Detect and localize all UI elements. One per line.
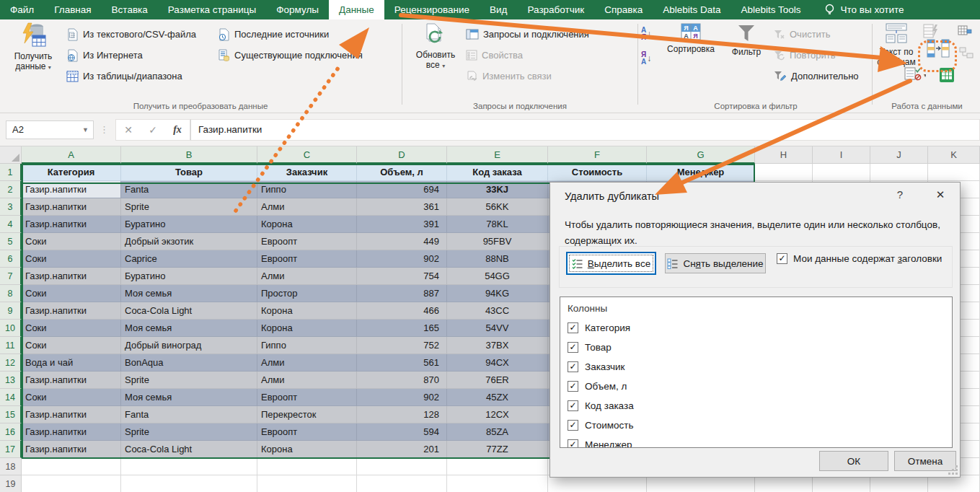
row-header-17[interactable]: 17 — [0, 441, 22, 458]
cell-B19[interactable] — [121, 475, 257, 492]
cell-E15[interactable]: 12CX — [447, 406, 548, 423]
tab-Рецензирование[interactable]: Рецензирование — [384, 0, 480, 19]
column-option-Заказчик[interactable]: ✓Заказчик — [568, 357, 945, 377]
edit-links-button[interactable]: Изменить связи — [466, 66, 589, 87]
cell-B5[interactable]: Добрый экзотик — [121, 233, 257, 250]
tab-Формулы[interactable]: Формулы — [266, 0, 329, 19]
tab-Вид[interactable]: Вид — [480, 0, 517, 19]
cell-E10[interactable]: 54VV — [447, 320, 548, 337]
tab-Разработчик[interactable]: Разработчик — [517, 0, 594, 19]
cell-D2[interactable]: 694 — [357, 181, 447, 198]
cell-D1[interactable]: Объем, л — [357, 164, 447, 181]
row-header-1[interactable]: 1 — [0, 164, 22, 181]
cell-D4[interactable]: 391 — [357, 216, 447, 233]
cell-D18[interactable] — [357, 458, 447, 475]
cell-B7[interactable]: Буратино — [121, 268, 257, 285]
column-header-B[interactable]: B — [121, 146, 257, 164]
cell-B8[interactable]: Моя семья — [121, 285, 257, 302]
cell-A13[interactable]: Газир.напитки — [22, 372, 121, 389]
cell-B4[interactable]: Буратино — [121, 216, 257, 233]
row-header-6[interactable]: 6 — [0, 250, 22, 268]
insert-function-icon[interactable]: fx — [165, 124, 190, 136]
dialog-help-button[interactable]: ? — [891, 188, 909, 204]
cell-D6[interactable]: 902 — [357, 250, 447, 268]
column-header-I[interactable]: I — [813, 146, 870, 164]
cell-B13[interactable]: Sprite — [121, 372, 257, 389]
cell-B10[interactable]: Моя семья — [121, 320, 257, 337]
cell-K1[interactable] — [928, 164, 980, 181]
cell-B6[interactable]: Caprice — [121, 250, 257, 268]
cell-F19[interactable] — [548, 475, 647, 492]
column-header-D[interactable]: D — [357, 146, 447, 164]
column-header-J[interactable]: J — [870, 146, 928, 164]
row-header-3[interactable]: 3 — [0, 198, 22, 216]
cell-D7[interactable]: 754 — [357, 268, 447, 285]
cell-B12[interactable]: BonAqua — [121, 354, 257, 372]
column-option-Категория[interactable]: ✓Категория — [568, 318, 945, 338]
manage-data-model-icon[interactable] — [939, 67, 955, 85]
consolidate-icon[interactable] — [958, 25, 972, 40]
cell-G1[interactable]: Менеджер — [647, 164, 755, 181]
cell-C11[interactable]: Гиппо — [257, 337, 357, 354]
cell-E2[interactable]: 33KJ — [447, 181, 548, 198]
from-web-button[interactable]: Из Интернета — [66, 45, 196, 66]
cell-H19[interactable] — [755, 475, 813, 492]
properties-button[interactable]: Свойства — [466, 45, 589, 66]
sort-button[interactable]: Я А А Я Сортировка — [660, 22, 722, 54]
select-all-button[interactable]: Выделить все — [566, 252, 656, 275]
cell-B3[interactable]: Sprite — [121, 198, 257, 216]
get-data-button[interactable]: Получить данные ▾ — [7, 22, 59, 72]
row-header-4[interactable]: 4 — [0, 216, 22, 233]
cell-B18[interactable] — [121, 458, 257, 475]
column-header-F[interactable]: F — [548, 146, 647, 164]
cell-H1[interactable] — [755, 164, 813, 181]
cell-C8[interactable]: Простор — [257, 285, 357, 302]
confirm-entry-icon[interactable]: ✓ — [141, 124, 165, 136]
my-data-has-headers-checkbox[interactable]: ✓ Мои данные содержат заголовки — [777, 253, 942, 264]
reapply-filter-button[interactable]: Повторить — [774, 45, 859, 66]
cell-E19[interactable] — [447, 475, 548, 492]
sort-ascending-button[interactable]: АЯ↓ — [641, 27, 651, 41]
cell-K19[interactable] — [928, 475, 980, 492]
row-header-8[interactable]: 8 — [0, 285, 22, 302]
cell-D11[interactable]: 752 — [357, 337, 447, 354]
refresh-all-button[interactable]: Обновить все ▾ — [412, 22, 459, 71]
row-header-10[interactable]: 10 — [0, 320, 22, 337]
row-header-16[interactable]: 16 — [0, 423, 22, 441]
cell-E8[interactable]: 94KG — [447, 285, 548, 302]
cell-D8[interactable]: 887 — [357, 285, 447, 302]
cell-I1[interactable] — [813, 164, 870, 181]
cell-J1[interactable] — [870, 164, 928, 181]
cell-D16[interactable]: 594 — [357, 423, 447, 441]
cell-C7[interactable]: Алми — [257, 268, 357, 285]
cell-C4[interactable]: Корона — [257, 216, 357, 233]
cell-E11[interactable]: 37BX — [447, 337, 548, 354]
cell-C3[interactable]: Алми — [257, 198, 357, 216]
from-text-csv-button[interactable]: Из текстового/CSV-файла — [66, 24, 196, 45]
cell-D19[interactable] — [357, 475, 447, 492]
select-all-corner[interactable] — [0, 146, 22, 164]
column-option-Код заказа[interactable]: ✓Код заказа — [568, 396, 945, 416]
cell-A17[interactable]: Газир.напитки — [22, 441, 121, 458]
cell-A7[interactable]: Газир.напитки — [22, 268, 121, 285]
tab-Разметка страницы[interactable]: Разметка страницы — [158, 0, 266, 19]
cell-E18[interactable] — [447, 458, 548, 475]
cell-B9[interactable]: Coca-Cola Light — [121, 302, 257, 320]
name-box[interactable]: A2 ▼ — [6, 120, 94, 139]
column-header-H[interactable]: H — [755, 146, 813, 164]
cell-C14[interactable]: Евроопт — [257, 389, 357, 406]
cell-D17[interactable]: 201 — [357, 441, 447, 458]
column-header-A[interactable]: A — [22, 146, 121, 164]
column-header-C[interactable]: C — [257, 146, 357, 164]
cell-D12[interactable]: 561 — [357, 354, 447, 372]
cell-D15[interactable]: 128 — [357, 406, 447, 423]
tab-Файл[interactable]: Файл — [0, 0, 44, 19]
cell-C19[interactable] — [257, 475, 357, 492]
cell-C13[interactable]: Алми — [257, 372, 357, 389]
cell-E4[interactable]: 78KL — [447, 216, 548, 233]
cell-E3[interactable]: 56KK — [447, 198, 548, 216]
cell-A15[interactable]: Газир.напитки — [22, 406, 121, 423]
cell-C15[interactable]: Перекресток — [257, 406, 357, 423]
row-header-5[interactable]: 5 — [0, 233, 22, 250]
cell-B17[interactable]: Coca-Cola Light — [121, 441, 257, 458]
